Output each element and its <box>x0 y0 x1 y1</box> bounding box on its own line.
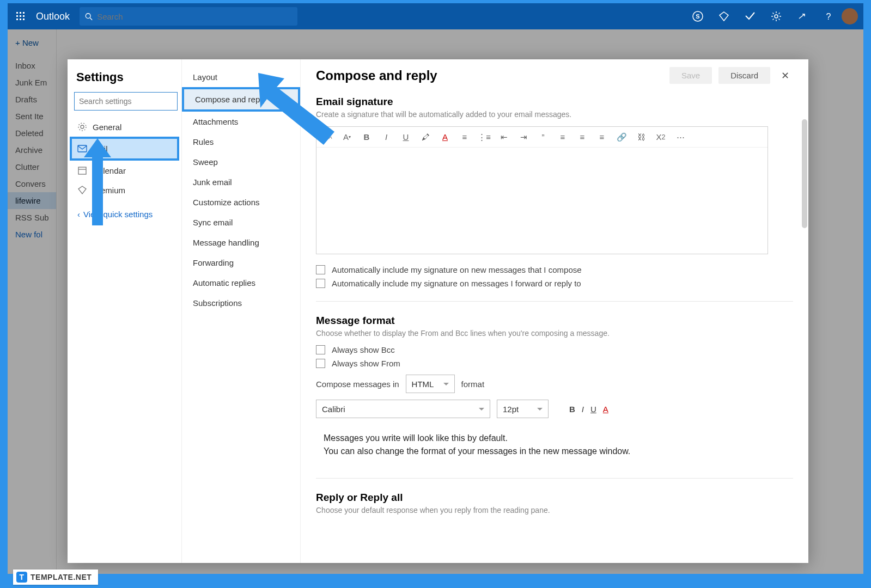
subnav-junk[interactable]: Junk email <box>182 172 300 192</box>
gear-icon[interactable] <box>763 3 789 29</box>
diamond-icon[interactable] <box>711 3 737 29</box>
svg-text:S: S <box>696 13 699 20</box>
checkbox-label: Always show Bcc <box>332 345 395 354</box>
subnav-sweep[interactable]: Sweep <box>182 152 300 172</box>
svg-rect-4 <box>20 15 21 17</box>
bcc-checkbox[interactable]: Always show Bcc <box>316 345 793 354</box>
italic-icon[interactable]: I <box>582 405 584 414</box>
format-label: Compose messages in <box>316 379 399 389</box>
highlight-icon[interactable]: 🖍 <box>420 132 431 143</box>
close-icon[interactable]: ✕ <box>777 68 793 84</box>
outdent-icon[interactable]: ⇤ <box>498 132 509 143</box>
settings-sidebar: Settings General Mail Calendar <box>68 59 182 563</box>
checkbox-icon[interactable] <box>316 279 325 288</box>
annotation-arrow <box>78 138 117 236</box>
app-launcher-icon[interactable] <box>8 12 34 21</box>
section-heading: Message format <box>316 315 793 327</box>
subnav-handling[interactable]: Message handling <box>182 232 300 253</box>
page-title: Compose and reply <box>316 68 663 83</box>
help-icon[interactable]: ? <box>815 3 842 29</box>
settings-content: Compose and reply Save Discard ✕ Email s… <box>301 59 808 563</box>
checkbox-icon[interactable] <box>316 265 325 274</box>
section-sub: Choose your default response when you re… <box>316 506 793 514</box>
svg-rect-2 <box>23 12 25 14</box>
checkbox-icon[interactable] <box>316 345 325 354</box>
svg-rect-7 <box>20 19 21 20</box>
signature-section: Email signature Create a signature that … <box>316 96 793 288</box>
skype-icon[interactable]: S <box>685 3 711 29</box>
italic-icon[interactable]: I <box>381 132 392 143</box>
align-left-icon[interactable]: ≡ <box>557 132 568 143</box>
search-settings-input[interactable] <box>79 97 173 106</box>
checkbox-label: Automatically include my signature on ne… <box>332 265 582 274</box>
signature-editor[interactable]: AA A▾ B I U 🖍 A ≡ ⋮≡ ⇤ ⇥ ” ≡ <box>316 126 768 254</box>
quote-icon[interactable]: ” <box>538 132 549 143</box>
preview-box: Messages you write will look like this b… <box>316 425 793 465</box>
svg-line-21 <box>773 19 774 20</box>
save-button[interactable]: Save <box>669 67 712 84</box>
align-center-icon[interactable]: ≡ <box>577 132 588 143</box>
checkbox-icon[interactable] <box>316 359 325 368</box>
bullets-icon[interactable]: ≡ <box>459 132 470 143</box>
subnav-customize[interactable]: Customize actions <box>182 192 300 212</box>
subnav-autoreply[interactable]: Automatic replies <box>182 273 300 293</box>
link-icon[interactable]: 🔗 <box>616 132 627 143</box>
underline-icon[interactable]: U <box>400 132 411 143</box>
bold-icon[interactable]: B <box>361 132 372 143</box>
global-search[interactable] <box>80 7 297 26</box>
search-settings[interactable] <box>74 92 178 111</box>
checkmark-icon[interactable] <box>737 3 763 29</box>
category-general[interactable]: General <box>72 117 177 137</box>
font-color-icon[interactable]: A <box>440 132 450 143</box>
discard-button[interactable]: Discard <box>718 67 770 84</box>
section-heading: Email signature <box>316 96 793 108</box>
scrollbar[interactable] <box>802 119 807 228</box>
font-select[interactable]: Calibri <box>316 400 490 418</box>
svg-line-22 <box>779 13 780 14</box>
svg-line-20 <box>779 19 780 20</box>
watermark-label: TEMPLATE.NET <box>31 573 92 581</box>
more-icon[interactable]: ⋯ <box>675 132 686 143</box>
svg-rect-8 <box>23 19 25 20</box>
svg-marker-30 <box>84 138 111 225</box>
reply-section: Reply or Reply all Choose your default r… <box>316 492 793 514</box>
section-sub: Create a signature that will be automati… <box>316 110 793 119</box>
clear-format-icon[interactable]: X2 <box>655 132 666 143</box>
signature-new-checkbox[interactable]: Automatically include my signature on ne… <box>316 265 793 274</box>
svg-rect-1 <box>20 12 21 14</box>
watermark-badge: T TEMPLATE.NET <box>13 569 98 585</box>
watermark-icon: T <box>16 572 27 583</box>
underline-icon[interactable]: U <box>590 405 596 414</box>
signature-reply-checkbox[interactable]: Automatically include my signature on me… <box>316 279 793 288</box>
svg-text:?: ? <box>826 12 831 21</box>
format-label: format <box>461 379 485 389</box>
bold-icon[interactable]: B <box>569 405 575 414</box>
svg-marker-31 <box>258 73 334 145</box>
align-right-icon[interactable]: ≡ <box>596 132 607 143</box>
indent-icon[interactable]: ⇥ <box>518 132 529 143</box>
font-color-icon[interactable]: A <box>603 405 608 414</box>
avatar[interactable] <box>842 8 858 24</box>
numbering-icon[interactable]: ⋮≡ <box>479 132 490 143</box>
size-select[interactable]: 12pt <box>497 400 549 418</box>
svg-point-9 <box>86 13 90 18</box>
svg-line-19 <box>773 13 774 14</box>
format-select[interactable]: HTML <box>406 375 455 393</box>
divider <box>316 301 793 302</box>
subnav-sync[interactable]: Sync email <box>182 212 300 232</box>
svg-rect-5 <box>23 15 25 17</box>
section-sub: Choose whether to display the From and B… <box>316 329 793 338</box>
subnav-forwarding[interactable]: Forwarding <box>182 253 300 273</box>
settings-title: Settings <box>72 67 177 92</box>
svg-marker-13 <box>720 12 728 21</box>
format-section: Message format Choose whether to display… <box>316 315 793 465</box>
search-input[interactable] <box>97 12 292 21</box>
svg-rect-0 <box>16 12 18 14</box>
from-checkbox[interactable]: Always show From <box>316 359 793 368</box>
subnav-subscriptions[interactable]: Subscriptions <box>182 293 300 313</box>
gear-icon <box>77 122 87 132</box>
category-label: General <box>93 122 121 132</box>
svg-rect-3 <box>16 15 18 17</box>
unlink-icon[interactable]: ⛓ <box>636 132 647 143</box>
share-icon[interactable] <box>789 3 815 29</box>
